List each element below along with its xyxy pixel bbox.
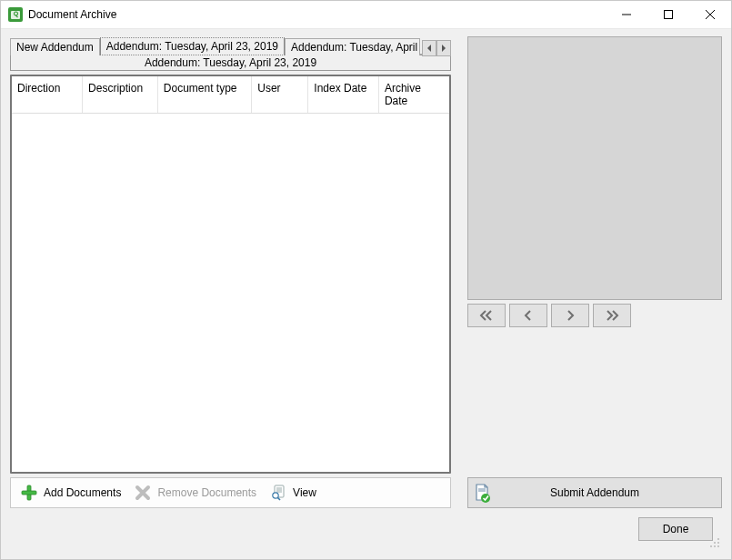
svg-point-18 — [714, 542, 716, 544]
svg-rect-7 — [22, 491, 36, 495]
document-check-icon — [468, 482, 496, 504]
nav-next-button[interactable] — [551, 304, 589, 327]
plus-icon — [20, 484, 38, 502]
close-button[interactable] — [689, 1, 731, 28]
view-label: View — [293, 486, 316, 499]
magnifier-document-icon — [269, 484, 287, 502]
app-icon — [8, 7, 23, 22]
x-icon — [134, 484, 152, 502]
resize-grip-icon[interactable] — [707, 535, 720, 548]
tab-addendum-1[interactable]: Addendum: Tuesday, April 23, 2019 — [100, 37, 285, 55]
svg-point-22 — [717, 545, 719, 547]
svg-point-17 — [717, 538, 719, 540]
col-description[interactable]: Description — [83, 76, 158, 114]
svg-line-13 — [277, 497, 280, 500]
tab-new-addendum[interactable]: New Addendum — [10, 38, 100, 55]
svg-rect-3 — [665, 11, 673, 19]
window-title: Document Archive — [28, 8, 606, 21]
footer: Done — [10, 508, 722, 550]
nav-prev-button[interactable] — [509, 304, 547, 327]
submit-addendum-button[interactable]: Submit Addendum — [467, 477, 722, 508]
add-documents-button[interactable]: Add Documents — [15, 480, 126, 505]
tab-content-header: Addendum: Tuesday, April 23, 2019 — [10, 55, 451, 71]
preview-nav — [467, 304, 722, 327]
tab-addendum-2[interactable]: Addendum: Tuesday, April 23, 20 — [285, 38, 420, 55]
submit-addendum-label: Submit Addendum — [496, 486, 721, 499]
col-archive-date[interactable]: Archive Date — [378, 76, 449, 114]
maximize-button[interactable] — [647, 1, 689, 28]
minimize-button[interactable] — [606, 1, 647, 28]
nav-last-button[interactable] — [593, 304, 631, 327]
remove-documents-label: Remove Documents — [157, 486, 256, 499]
tab-strip: New Addendum Addendum: Tuesday, April 23… — [10, 36, 451, 55]
tab-scroll-left-button[interactable] — [422, 40, 436, 56]
tab-scroll-right-button[interactable] — [436, 40, 451, 56]
add-documents-label: Add Documents — [44, 486, 121, 499]
col-document-type[interactable]: Document type — [157, 76, 251, 114]
svg-point-19 — [717, 542, 719, 544]
col-index-date[interactable]: Index Date — [308, 76, 379, 114]
preview-pane — [467, 36, 722, 300]
documents-table[interactable]: Direction Description Document type User… — [10, 75, 451, 474]
col-direction[interactable]: Direction — [12, 76, 83, 114]
nav-first-button[interactable] — [467, 304, 506, 327]
svg-point-20 — [710, 545, 712, 547]
client-area: New Addendum Addendum: Tuesday, April 23… — [1, 28, 731, 559]
action-bar: Add Documents Remove Documents — [10, 477, 451, 508]
window: Document Archive New Addendum Addendum: … — [0, 0, 732, 560]
remove-documents-button[interactable]: Remove Documents — [128, 480, 262, 505]
svg-point-21 — [714, 545, 716, 547]
titlebar: Document Archive — [1, 1, 731, 28]
col-user[interactable]: User — [252, 76, 308, 114]
window-controls — [606, 1, 731, 28]
done-button[interactable]: Done — [638, 517, 713, 541]
svg-point-16 — [481, 494, 490, 503]
view-button[interactable]: View — [264, 480, 322, 505]
